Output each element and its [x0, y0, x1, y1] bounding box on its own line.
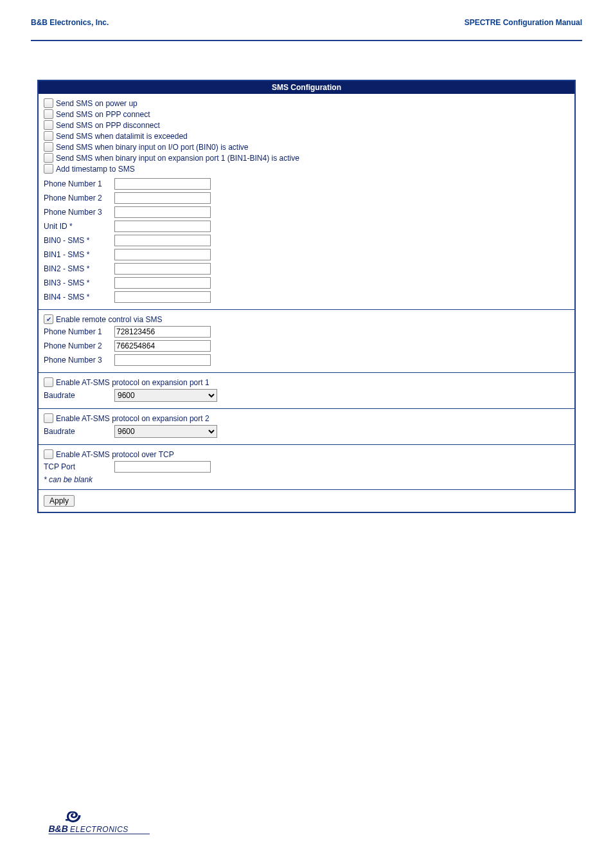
field-label: Unit ID * — [44, 222, 114, 231]
bin3-sms-input[interactable] — [114, 277, 211, 289]
rc-phone2-input[interactable] — [114, 340, 211, 352]
checkbox-icon[interactable] — [44, 120, 53, 130]
field-label: Baudrate — [44, 427, 114, 436]
bb-electronics-logo-icon: B&B ELECTRONICS — [37, 809, 159, 838]
field-label: BIN1 - SMS * — [44, 250, 114, 259]
field-label: Phone Number 3 — [44, 208, 114, 217]
row-phone1: Phone Number 1 — [44, 177, 569, 191]
cb-label: Send SMS on PPP connect — [56, 110, 150, 119]
field-label: BIN4 - SMS * — [44, 293, 114, 302]
panel-title: SMS Configuration — [39, 81, 574, 94]
field-label: BIN2 - SMS * — [44, 264, 114, 273]
phone1-input[interactable] — [114, 178, 211, 190]
footnote: * can be blank — [44, 474, 569, 484]
cb-label: Send SMS when binary input on expansion … — [56, 154, 299, 163]
row-tcp-port: TCP Port — [44, 460, 569, 474]
apply-section: Apply — [39, 489, 574, 512]
checkbox-icon[interactable] — [44, 98, 53, 108]
unitid-input[interactable] — [114, 221, 211, 232]
cb-row-remote[interactable]: ✔ Enable remote control via SMS — [44, 314, 569, 325]
cb-label: Add timestamp to SMS — [56, 165, 135, 174]
bin0-sms-input[interactable] — [114, 235, 211, 246]
checkbox-icon[interactable] — [44, 377, 53, 387]
section-remote-control: ✔ Enable remote control via SMS Phone Nu… — [39, 309, 574, 372]
svg-text:B&B: B&B — [49, 824, 68, 834]
cb-row-tcp[interactable]: Enable AT-SMS protocol over TCP — [44, 449, 569, 460]
checkbox-checked-icon[interactable]: ✔ — [44, 314, 53, 324]
cb-row-datalimit[interactable]: Send SMS when datalimit is exceeded — [44, 131, 569, 141]
cb-row-bin14[interactable]: Send SMS when binary input on expansion … — [44, 152, 569, 163]
page-header: B&B Electronics, Inc. SPECTRE Configurat… — [0, 0, 613, 35]
header-company: B&B Electronics, Inc. — [31, 18, 109, 27]
svg-text:ELECTRONICS: ELECTRONICS — [70, 825, 129, 834]
header-title: SPECTRE Configuration Manual — [465, 18, 582, 27]
cb-row-powerup[interactable]: Send SMS on power up — [44, 98, 569, 109]
checkbox-icon[interactable] — [44, 164, 53, 174]
field-label: Phone Number 3 — [44, 356, 114, 365]
bin2-sms-input[interactable] — [114, 263, 211, 275]
cb-label: Send SMS when binary input on I/O port (… — [56, 143, 248, 152]
field-label: BIN0 - SMS * — [44, 236, 114, 245]
row-bin4-sms: BIN4 - SMS * — [44, 290, 569, 304]
field-label: Phone Number 2 — [44, 341, 114, 350]
cb-label: Send SMS on power up — [56, 99, 138, 108]
baud-port2-select[interactable]: 9600 — [114, 425, 217, 438]
rc-phone1-input[interactable] — [114, 326, 211, 338]
section-atsms-port1: Enable AT-SMS protocol on expansion port… — [39, 372, 574, 408]
cb-label: Enable AT-SMS protocol over TCP — [56, 450, 174, 459]
checkbox-icon[interactable] — [44, 413, 53, 423]
row-phone2: Phone Number 2 — [44, 191, 569, 205]
row-baud-port1: Baudrate 9600 — [44, 388, 569, 403]
field-label: Baudrate — [44, 391, 114, 400]
field-label: Phone Number 1 — [44, 179, 114, 188]
cb-row-bin0[interactable]: Send SMS when binary input on I/O port (… — [44, 141, 569, 152]
baud-port1-select[interactable]: 9600 — [114, 389, 217, 402]
row-rc-phone1: Phone Number 1 — [44, 325, 569, 339]
row-phone3: Phone Number 3 — [44, 205, 569, 219]
cb-label: Enable remote control via SMS — [56, 315, 162, 324]
row-unitid: Unit ID * — [44, 219, 569, 233]
header-divider — [31, 40, 582, 41]
cb-row-ppp-connect[interactable]: Send SMS on PPP connect — [44, 109, 569, 120]
checkbox-icon[interactable] — [44, 142, 53, 152]
field-label: BIN3 - SMS * — [44, 278, 114, 287]
apply-button[interactable]: Apply — [44, 495, 75, 507]
checkbox-icon[interactable] — [44, 153, 53, 163]
section-atsms-tcp: Enable AT-SMS protocol over TCP TCP Port… — [39, 444, 574, 489]
row-rc-phone3: Phone Number 3 — [44, 353, 569, 367]
checkbox-icon[interactable] — [44, 109, 53, 119]
checkbox-icon[interactable] — [44, 449, 53, 459]
bin1-sms-input[interactable] — [114, 249, 211, 260]
row-baud-port2: Baudrate 9600 — [44, 424, 569, 439]
cb-label: Send SMS on PPP disconnect — [56, 121, 160, 130]
cb-label: Enable AT-SMS protocol on expansion port… — [56, 414, 209, 423]
field-label: Phone Number 1 — [44, 327, 114, 336]
field-label: Phone Number 2 — [44, 194, 114, 203]
sms-config-panel: SMS Configuration Send SMS on power up S… — [37, 80, 576, 513]
row-bin3-sms: BIN3 - SMS * — [44, 276, 569, 290]
rc-phone3-input[interactable] — [114, 354, 211, 366]
cb-label: Enable AT-SMS protocol on expansion port… — [56, 378, 209, 387]
cb-row-ppp-disconnect[interactable]: Send SMS on PPP disconnect — [44, 120, 569, 131]
row-bin2-sms: BIN2 - SMS * — [44, 262, 569, 276]
cb-row-timestamp[interactable]: Add timestamp to SMS — [44, 163, 569, 174]
logo-area: B&B ELECTRONICS — [0, 809, 613, 865]
row-bin1-sms: BIN1 - SMS * — [44, 248, 569, 262]
cb-label: Send SMS when datalimit is exceeded — [56, 132, 188, 141]
phone3-input[interactable] — [114, 206, 211, 218]
section-sms-events: Send SMS on power up Send SMS on PPP con… — [39, 94, 574, 309]
field-label: TCP Port — [44, 462, 114, 471]
checkbox-icon[interactable] — [44, 131, 53, 141]
tcp-port-input[interactable] — [114, 461, 211, 473]
row-rc-phone2: Phone Number 2 — [44, 339, 569, 353]
bin4-sms-input[interactable] — [114, 291, 211, 303]
section-atsms-port2: Enable AT-SMS protocol on expansion port… — [39, 408, 574, 444]
cb-row-port2[interactable]: Enable AT-SMS protocol on expansion port… — [44, 413, 569, 424]
cb-row-port1[interactable]: Enable AT-SMS protocol on expansion port… — [44, 377, 569, 388]
row-bin0-sms: BIN0 - SMS * — [44, 233, 569, 248]
phone2-input[interactable] — [114, 192, 211, 204]
